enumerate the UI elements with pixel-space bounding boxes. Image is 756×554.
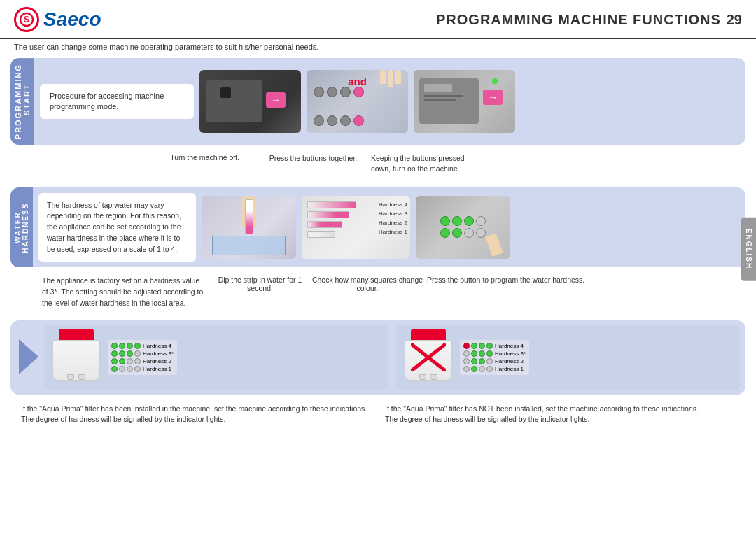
water-caption2: Check how many squares change colour. — [308, 276, 424, 308]
header: S Saeco PROGRAMMING MACHINE FUNCTIONS 29 — [0, 0, 756, 39]
filter-not-installed-caption: If the "Aqua Prima" filter has NOT been … — [385, 404, 735, 426]
water-hardness-section: WATERHARDNESS The hardness of tap water … — [10, 187, 746, 268]
filter-installed-indicators: Hardness 4 Hardness 3* — [108, 340, 177, 375]
logo: S Saeco — [14, 7, 102, 32]
prog-caption3: Keeping the buttons presseddown, turn on… — [368, 153, 735, 173]
filter-not-installed-indicators: Hardness 4 Hardness 3* — [460, 340, 529, 375]
programming-section: PROGRAMMING START Procedure for accessin… — [10, 58, 746, 145]
water-description: The hardness of tap water may vary depen… — [38, 193, 196, 262]
water-caption1: Dip the strip in water for 1 second. — [206, 276, 308, 308]
svg-text:S: S — [24, 15, 29, 24]
buttons-and-image: and — [307, 70, 408, 133]
water-captions: The appliance is factory set on a hardne… — [10, 274, 746, 311]
subtitle-text: The user can change some machine operati… — [0, 39, 756, 55]
hardness-chart-image: Hardness 4 Hardness 3 Hardness 2 Hardnes… — [302, 196, 410, 259]
water-caption3: Press the button to program the water ha… — [424, 276, 735, 308]
programming-content: Procedure for accessing machine programm… — [34, 58, 746, 145]
water-hardness-label: WATERHARDNESS — [10, 187, 33, 268]
filter-installed-panel: Hardness 4 Hardness 3* — [44, 325, 388, 390]
machine-on-image: → — [414, 70, 515, 133]
filter-installed-caption: If the "Aqua Prima" filter has been inst… — [21, 404, 371, 426]
strip-dip-image — [202, 196, 296, 259]
button-press-image — [416, 196, 510, 259]
page-number: 29 — [727, 12, 742, 28]
language-tab: ENGLISH — [741, 218, 756, 280]
logo-text: Saeco — [43, 8, 102, 31]
water-hardness-content: The hardness of tap water may vary depen… — [33, 187, 746, 268]
programming-label: PROGRAMMING START — [10, 58, 34, 145]
water-factory-text: The appliance is factory set on a hardne… — [42, 276, 206, 308]
svg-marker-2 — [19, 339, 38, 374]
programming-captions: Turn the machine off. Press the buttons … — [10, 152, 746, 176]
logo-icon: S — [14, 7, 39, 32]
section-arrow — [19, 339, 38, 376]
and-label: and — [348, 76, 367, 87]
page: S Saeco PROGRAMMING MACHINE FUNCTIONS 29… — [0, 0, 756, 554]
page-title: PROGRAMMING MACHINE FUNCTIONS — [436, 12, 721, 28]
main-content: PROGRAMMING START Procedure for accessin… — [0, 55, 756, 431]
programming-procedure-text: Procedure for accessing machine programm… — [40, 84, 194, 120]
prog-caption2: Press the buttons together. — [259, 153, 368, 173]
filter-not-installed-panel: Hardness 4 Hardness 3* — [396, 325, 740, 390]
filter-not-installed-image — [402, 329, 454, 386]
filter-section: Hardness 4 Hardness 3* — [10, 320, 746, 395]
prog-caption-spacer — [42, 153, 150, 173]
machine-off-image: → — [200, 70, 301, 133]
filter-installed-image — [50, 329, 102, 386]
filter-captions: If the "Aqua Prima" filter has been inst… — [10, 402, 746, 428]
prog-caption1: Turn the machine off. — [150, 153, 259, 173]
header-right: PROGRAMMING MACHINE FUNCTIONS 29 — [436, 12, 742, 28]
